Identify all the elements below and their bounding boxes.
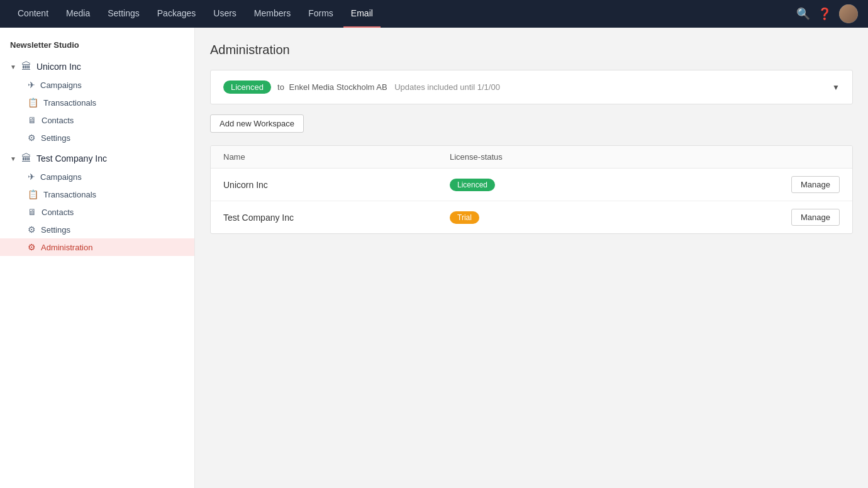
page-title: Administration	[210, 43, 853, 57]
workspace-group-unicorn: ▼ 🏛 Unicorn Inc ✈ Campaigns 📋 Transactio…	[0, 57, 194, 147]
top-nav: Content Media Settings Packages Users Me…	[0, 0, 868, 28]
add-workspace-button[interactable]: Add new Workspace	[210, 114, 304, 133]
row-name: Unicorn Inc	[223, 180, 450, 190]
sidebar-label: Contacts	[42, 116, 74, 125]
building-icon: 🏛	[21, 61, 31, 72]
nav-users[interactable]: Users	[206, 0, 244, 28]
contacts-icon: 🖥	[28, 115, 36, 125]
row-status: Trial	[450, 211, 791, 224]
building-icon: 🏛	[21, 153, 31, 164]
sidebar-item-testcompany-transactionals[interactable]: 📋 Transactionals	[0, 186, 194, 203]
chevron-down-icon[interactable]: ▼	[832, 83, 840, 92]
sidebar-item-testcompany-campaigns[interactable]: ✈ Campaigns	[0, 168, 194, 186]
nav-media[interactable]: Media	[58, 0, 97, 28]
sidebar-label: Contacts	[42, 208, 74, 217]
sidebar-label: Administration	[41, 243, 92, 252]
table-col-status: License-status	[450, 152, 840, 162]
contacts-icon: 🖥	[28, 207, 36, 217]
sidebar-label: Transactionals	[43, 190, 96, 199]
row-status: Licenced	[450, 179, 791, 191]
sidebar-item-testcompany-contacts[interactable]: 🖥 Contacts	[0, 203, 194, 221]
sidebar-item-unicorn-transactionals[interactable]: 📋 Transactionals	[0, 94, 194, 111]
table-header: Name License-status	[211, 146, 852, 169]
row-action: Manage	[791, 209, 840, 226]
content-area: Administration Licenced to Enkel Media S…	[195, 28, 868, 488]
sidebar-label: Campaigns	[40, 80, 82, 90]
campaigns-icon: ✈	[28, 172, 35, 182]
nav-icons: 🔍 ❓	[796, 4, 858, 23]
nav-members[interactable]: Members	[247, 0, 298, 28]
table-row: Unicorn Inc Licenced Manage	[211, 169, 852, 201]
license-to: to	[277, 82, 284, 92]
help-icon[interactable]: ❓	[818, 7, 832, 21]
search-icon[interactable]: 🔍	[796, 7, 810, 21]
sidebar-label: Transactionals	[43, 98, 96, 108]
chevron-down-icon: ▼	[10, 155, 16, 162]
chevron-down-icon: ▼	[10, 64, 16, 70]
nav-email[interactable]: Email	[343, 0, 381, 28]
workspace-unicorn-label: Unicorn Inc	[36, 62, 184, 72]
user-avatar[interactable]	[839, 4, 858, 23]
nav-items: Content Media Settings Packages Users Me…	[10, 0, 796, 28]
row-name: Test Company Inc	[223, 213, 450, 223]
workspace-unicorn[interactable]: ▼ 🏛 Unicorn Inc	[0, 57, 194, 76]
campaigns-icon: ✈	[28, 80, 35, 90]
sidebar-label: Campaigns	[40, 172, 82, 182]
main-layout: Newsletter Studio ▼ 🏛 Unicorn Inc ✈ Camp…	[0, 28, 868, 488]
transactionals-icon: 📋	[28, 97, 38, 108]
sidebar-label: Settings	[41, 133, 70, 143]
row-action: Manage	[791, 176, 840, 193]
administration-icon: ⚙	[28, 242, 36, 252]
sidebar-item-testcompany-administration[interactable]: ⚙ Administration	[0, 238, 194, 256]
nav-forms[interactable]: Forms	[301, 0, 341, 28]
nav-content[interactable]: Content	[10, 0, 56, 28]
sidebar-item-unicorn-contacts[interactable]: 🖥 Contacts	[0, 111, 194, 129]
sidebar: Newsletter Studio ▼ 🏛 Unicorn Inc ✈ Camp…	[0, 28, 195, 488]
license-updates: Updates included until 1/1/00	[394, 82, 500, 92]
license-card: Licenced to Enkel Media Stockholm AB Upd…	[210, 70, 853, 104]
transactionals-icon: 📋	[28, 189, 38, 199]
table-col-name: Name	[223, 152, 450, 162]
table-row: Test Company Inc Trial Manage	[211, 201, 852, 233]
settings-icon: ⚙	[28, 225, 36, 235]
workspace-testcompany-label: Test Company Inc	[36, 153, 184, 164]
sidebar-item-unicorn-campaigns[interactable]: ✈ Campaigns	[0, 76, 194, 94]
workspace-testcompany[interactable]: ▼ 🏛 Test Company Inc	[0, 149, 194, 168]
license-company: Enkel Media Stockholm AB	[289, 82, 387, 92]
status-badge: Licenced	[450, 179, 495, 191]
license-text: to Enkel Media Stockholm AB Updates incl…	[277, 82, 832, 92]
workspace-group-testcompany: ▼ 🏛 Test Company Inc ✈ Campaigns 📋 Trans…	[0, 149, 194, 256]
nav-packages[interactable]: Packages	[150, 0, 203, 28]
manage-button[interactable]: Manage	[791, 176, 840, 193]
sidebar-item-unicorn-settings[interactable]: ⚙ Settings	[0, 129, 194, 147]
settings-icon: ⚙	[28, 133, 36, 143]
sidebar-item-testcompany-settings[interactable]: ⚙ Settings	[0, 221, 194, 238]
sidebar-label: Settings	[41, 225, 70, 235]
status-badge: Trial	[450, 211, 479, 224]
sidebar-header: Newsletter Studio	[0, 35, 194, 57]
nav-settings[interactable]: Settings	[100, 0, 147, 28]
manage-button[interactable]: Manage	[791, 209, 840, 226]
workspace-table: Name License-status Unicorn Inc Licenced…	[210, 145, 853, 234]
license-badge: Licenced	[223, 80, 271, 94]
